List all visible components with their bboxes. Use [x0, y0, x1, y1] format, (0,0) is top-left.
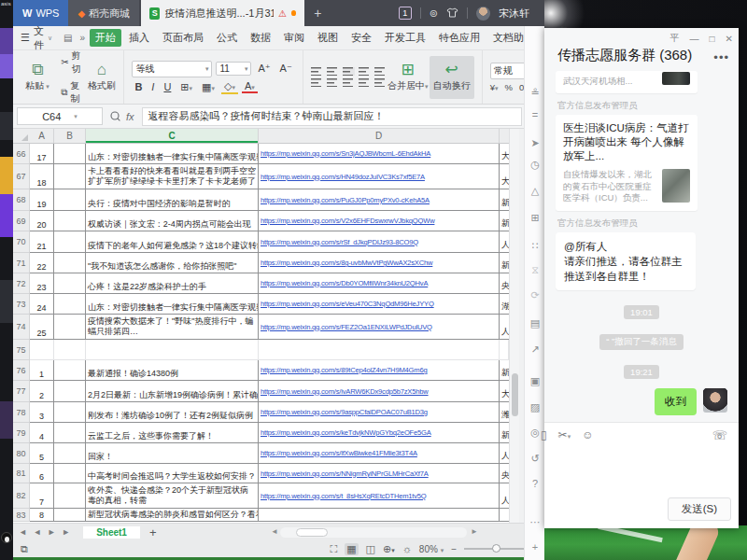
cell-a[interactable]: 24 — [30, 294, 54, 315]
article-link[interactable]: https://mp.weixin.qq.com/s/V2x6EHFDswxrw… — [261, 217, 434, 225]
italic-button[interactable]: I — [148, 81, 157, 92]
cell-e[interactable]: 大 — [500, 164, 509, 189]
font-name-select[interactable]: 等线▾ — [132, 61, 212, 77]
increase-font-icon[interactable]: A⁺ — [255, 63, 273, 75]
cell-c[interactable]: 卡上看看看好的快来看看叫就是看到两手空空扩扩军所扩绿绿绿卡卡里打来了卡卡龙老师了 — [86, 164, 259, 189]
add-sheet-button[interactable]: + — [149, 525, 157, 539]
cell-e[interactable]: 新 — [500, 360, 509, 381]
article-link[interactable]: https://mp.weixin.qq.com/s/ivARW6KDx9cdp… — [261, 387, 429, 396]
cell-c[interactable]: 新型冠状病毒感染的肺炎和感冒如何区分？看看这几个 — [86, 509, 259, 522]
article-link[interactable]: https://mp.weixin.qq.com/s/NNigmRyiNPrGL… — [261, 469, 429, 478]
cell-a[interactable]: 22 — [30, 253, 54, 273]
name-box[interactable]: C64▾ — [17, 107, 103, 125]
select-all-corner[interactable] — [13, 129, 30, 143]
cell-b[interactable] — [54, 253, 86, 273]
cell-b[interactable] — [54, 464, 86, 483]
cell-d[interactable]: https://mp.weixin.qq.com/s/8g-uvbMwVtPgW… — [259, 253, 500, 273]
cell-d[interactable]: https://mp.weixin.qq.com/s/FEZ2Oa1ENXiLW… — [259, 315, 500, 340]
row-header[interactable]: 77 — [13, 381, 30, 402]
table-icon[interactable]: ⊞ — [525, 212, 545, 224]
cell-e[interactable]: 大 — [500, 381, 509, 402]
equals-icon[interactable]: = — [525, 109, 545, 120]
cell-b[interactable] — [54, 144, 86, 164]
align-middle-icon[interactable] — [327, 67, 339, 76]
emoji-icon[interactable]: ☺ — [582, 428, 593, 441]
font-color-icon[interactable]: A▾ — [242, 80, 258, 93]
row-header[interactable]: 73 — [13, 294, 30, 315]
help-icon[interactable]: ? — [525, 478, 545, 489]
cell-d[interactable]: https://mp.weixin.qq.com/s/keTdvjkNWpGYb… — [259, 423, 500, 443]
cell-b[interactable] — [54, 273, 86, 294]
member-icon[interactable]: ⊚ — [430, 7, 438, 20]
align-right-icon[interactable] — [343, 78, 355, 87]
menu-tab-公式[interactable]: 公式 — [211, 29, 243, 47]
cell-c[interactable]: 2月2日最新：山东新增19例确诊病例！累计确诊225例 — [86, 381, 259, 402]
skin-shirt-icon[interactable] — [446, 7, 458, 20]
minimize-icon[interactable]: — — [690, 34, 699, 44]
clipboard-icon[interactable]: ▯ — [541, 428, 547, 441]
cell-d[interactable]: https://mp.weixin.qq.com/s/PuGJ0Pp0myPXv… — [259, 189, 500, 211]
row-header[interactable]: 82 — [13, 483, 30, 509]
cell-b[interactable] — [54, 423, 86, 443]
panel-icon[interactable]: ▤ — [525, 317, 545, 329]
cell-e[interactable]: 潍 — [500, 402, 509, 423]
cell-c[interactable]: 央行：疫情对中国经济的影响是暂时的 — [86, 189, 259, 211]
menu-tab-开发工具[interactable]: 开发工具 — [379, 29, 431, 47]
menu-tab-特色应用[interactable]: 特色应用 — [433, 29, 486, 47]
new-tab-button[interactable]: + — [304, 0, 331, 26]
tab-active-document[interactable]: S 疫情消息推送明...-1月31日) ⚠ — [141, 0, 304, 26]
cell-c[interactable]: 疫情搜索大数据来了！"野味"热度排行中，蝙蝠只排第四… — [86, 315, 259, 340]
cell-d[interactable]: https://mp.weixin.qq.com/s/ivARW6KDx9cdp… — [259, 381, 500, 402]
cell-c[interactable]: 心疼！这是22岁感染科护士的手 — [86, 273, 259, 294]
cell-a[interactable]: 7 — [30, 483, 54, 509]
cell-b[interactable] — [54, 360, 86, 381]
justify-icon[interactable] — [359, 78, 371, 87]
cell-c[interactable]: 收外卖、快递会感染？20个关于新型冠状病毒的真相，转需 — [86, 483, 259, 509]
close-icon[interactable]: ✕ — [726, 34, 733, 44]
tab-wps-home[interactable]: W WPS — [13, 0, 68, 26]
cell-d[interactable]: https://mp.weixin.qq.com/s/V2x6EHFDswxrw… — [259, 211, 500, 231]
row-header[interactable]: 78 — [13, 402, 30, 423]
outgoing-bubble[interactable]: 收到 — [655, 388, 697, 415]
history-icon[interactable]: ↺ — [525, 453, 545, 465]
row-header[interactable]: 75 — [13, 340, 30, 360]
merge-center-button[interactable]: ⊞ 合并居中▾ — [387, 62, 430, 92]
page-break-view-icon[interactable]: ◫ — [366, 543, 375, 555]
column-header-a[interactable]: A — [30, 129, 54, 143]
cell-e[interactable]: 新 — [500, 189, 509, 211]
article-link[interactable]: https://mp.weixin.qq.com/s/t_8sHsXqREtcD… — [261, 492, 427, 500]
archive-box-icon[interactable]: ▣ — [525, 375, 545, 387]
cell-a[interactable]: 19 — [30, 189, 54, 211]
more-dots-icon[interactable]: ⋯ — [525, 516, 545, 528]
fullscreen-icon[interactable]: ⛶ — [331, 543, 338, 555]
sheet-tab-sheet1[interactable]: Sheet1 — [83, 526, 140, 539]
save-icon[interactable]: ▤ — [60, 33, 76, 43]
cell-b[interactable] — [54, 381, 86, 402]
tab-template-store[interactable]: ◆ 稻壳商城 — [68, 0, 139, 26]
row-header[interactable]: 76 — [13, 360, 30, 381]
article-link[interactable]: https://mp.weixin.qq.com/s/keTdvjkNWpGYb… — [261, 428, 431, 437]
horizontal-scrollbar[interactable] — [280, 527, 467, 538]
cell-a[interactable]: 5 — [30, 443, 54, 464]
cell-d[interactable]: https://mp.weixin.qq.com/s/rSf_dJkqPDIJz… — [259, 231, 500, 253]
cell-b[interactable] — [54, 315, 86, 340]
column-header-e[interactable] — [500, 129, 509, 143]
cell-d[interactable]: https://mp.weixin.qq.com/s/Db0YOMfiIWnr3… — [259, 273, 500, 294]
cell-e[interactable]: 湖 — [500, 294, 509, 315]
cell-e[interactable]: 大 — [500, 144, 509, 164]
menu-tab-视图[interactable]: 视图 — [312, 29, 344, 47]
article-link[interactable]: https://mp.weixin.qq.com/s/8g-uvbMwVtPgW… — [261, 259, 432, 267]
article-link[interactable]: https://mp.weixin.qq.com/s/rSf_dJkqPDIJz… — [261, 238, 418, 246]
message-count-badge[interactable]: 1 — [399, 7, 412, 20]
cell-d[interactable]: https://mp.weixin.qq.com/s/89tCep4olZ4vn… — [259, 360, 500, 381]
cell-b[interactable] — [54, 189, 86, 211]
cell-a[interactable]: 17 — [30, 144, 54, 164]
image-icon[interactable]: ▨ — [525, 401, 545, 413]
cell-e[interactable]: 人 — [500, 315, 509, 340]
message-card-clipped[interactable]: 武汉天河机场相... — [556, 71, 698, 93]
more-quick-actions-icon[interactable]: » — [76, 33, 89, 43]
zoom-slider-thumb[interactable] — [492, 544, 500, 553]
cell-d[interactable]: https://mp.weixin.qq.com/s/t_8sHsXqREtcD… — [259, 483, 500, 509]
cell-d[interactable] — [259, 509, 500, 522]
apps-grid-icon[interactable]: ∷ — [525, 240, 545, 252]
